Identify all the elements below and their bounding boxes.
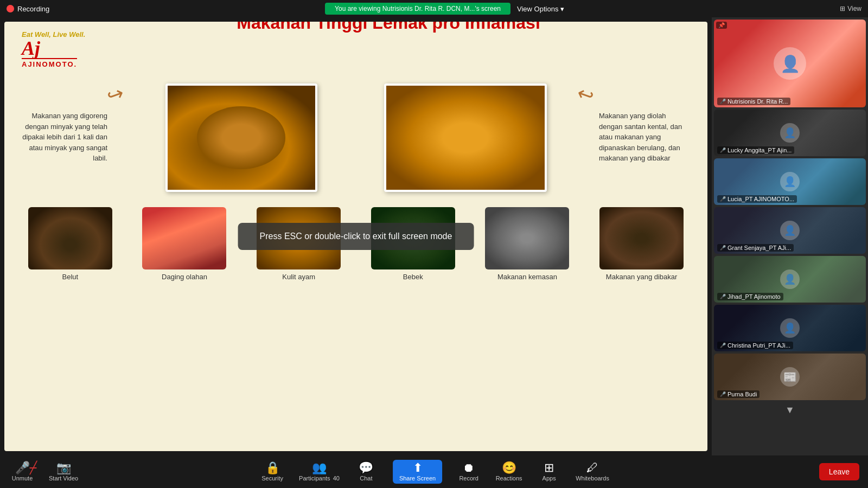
recording-label: Recording — [17, 5, 49, 13]
main-presentation-area: Eat Well, Live Well. Aj AJINOMOTO. Makan… — [0, 17, 712, 455]
reactions-icon: 😊 — [502, 462, 516, 474]
toolbar: 🎤╱ Unmute 📷 Start Video 🔒 Security 👥 Par… — [0, 455, 868, 488]
list-item: Makanan yang dibakar — [599, 207, 684, 281]
makanan-dibakar-label: Makanan yang dibakar — [606, 273, 678, 281]
makanan-kemasan-label: Makanan kemasan — [497, 273, 557, 281]
toolbar-left-controls: 🎤╱ Unmute 📷 Start Video — [9, 462, 78, 481]
toolbar-center-controls: 🔒 Security 👥 Participants 40 💬 Chat ⬆ Sh… — [259, 460, 609, 484]
right-description: Makanan yang diolah dengan santan kental… — [599, 78, 691, 164]
daging-olahan-label: Daging olahan — [162, 273, 207, 281]
fullscreen-exit-hint: Press ESC or double-click to exit full s… — [238, 223, 474, 250]
recording-indicator: Recording — [7, 5, 49, 13]
participant-name: 🎤 Lucky Anggita_PT Ajin... — [717, 146, 794, 154]
security-shield-icon: 🔒 — [265, 462, 280, 474]
security-button[interactable]: 🔒 Security — [259, 462, 286, 481]
fried-food-image-container — [129, 78, 353, 197]
mic-icon: 🎤 — [720, 343, 726, 348]
curry-food-image-container — [353, 78, 577, 197]
pin-icon: 📌 — [716, 22, 727, 29]
list-item: 👤 🎤 Christina Putri_PT AJi... — [714, 305, 866, 351]
list-item: Daging olahan — [142, 207, 226, 281]
mic-muted-icon: 🎤╱ — [15, 462, 30, 474]
ajinomoto-logo: Eat Well, Live Well. Aj AJINOMOTO. — [22, 30, 87, 68]
unmute-button[interactable]: 🎤╱ Unmute — [9, 462, 36, 481]
bebek-label: Bebek — [403, 273, 423, 281]
participant-name: 🎤 Grant Senjaya_PT AJi... — [717, 244, 794, 252]
mic-icon: 🎤 — [720, 99, 726, 104]
slide-header: Eat Well, Live Well. Aj AJINOMOTO. Makan… — [4, 22, 707, 73]
mic-icon: 🎤 — [720, 391, 726, 397]
participants-icon: 👥 — [312, 462, 327, 474]
apps-button[interactable]: ⊞ Apps — [535, 462, 563, 481]
curry-art — [386, 86, 545, 190]
participant-name: 🎤 Jihad_PT Ajinomoto — [717, 293, 783, 300]
slide-title: Makanan Tinggi Lemak pro Inflamasi — [87, 22, 690, 33]
whiteboards-button[interactable]: 🖊 Whiteboards — [576, 462, 609, 481]
slide-body: Makanan yang digoreng dengan minyak yang… — [4, 73, 707, 203]
participant-name: 🎤 Purna Budi — [717, 390, 760, 398]
participants-sidebar: 👤 📌 🎤 Nutrisionis Dr. Rita R... 👤 🎤 Luck… — [712, 17, 868, 455]
chat-icon: 💬 — [359, 462, 373, 474]
list-item: 📰 🎤 Purna Budi — [714, 354, 866, 400]
right-arrow-icon: ↩ — [574, 81, 597, 108]
left-description: Makanan yang digoreng dengan minyak yang… — [21, 78, 107, 164]
toolbar-right-controls: Leave — [819, 463, 859, 480]
mic-icon: 🎤 — [720, 196, 726, 202]
slide-container: Eat Well, Live Well. Aj AJINOMOTO. Makan… — [4, 22, 707, 451]
svg-point-0 — [8, 7, 12, 11]
recording-dot — [7, 5, 14, 12]
apps-icon: ⊞ — [544, 462, 554, 474]
share-screen-icon: ⬆ — [413, 462, 423, 474]
kulit-ayam-label: Kulit ayam — [282, 273, 315, 281]
curry-food-image — [384, 84, 547, 192]
list-item: 👤 🎤 Lucky Anggita_PT Ajin... — [714, 110, 866, 156]
record-icon: ⏺ — [463, 462, 475, 474]
grid-icon: ⊞ — [840, 5, 845, 12]
share-screen-button[interactable]: ⬆ Share Screen — [393, 460, 442, 484]
mic-icon: 🎤 — [720, 147, 726, 153]
aji-brand-script: Aj — [22, 38, 40, 58]
makanan-dibakar-image — [599, 207, 684, 269]
participant-name: 🎤 Christina Putri_PT AJi... — [717, 342, 793, 349]
reactions-button[interactable]: 😊 Reactions — [495, 462, 522, 481]
participant-video-bg: 👤 — [714, 20, 866, 107]
participant-name: 🎤 Lucia_PT AJINOMOTO... — [717, 195, 797, 203]
start-video-button[interactable]: 📷 Start Video — [49, 462, 78, 481]
list-item: Belut — [28, 207, 112, 281]
fried-chicken-art — [168, 86, 315, 190]
mic-icon: 🎤 — [720, 294, 726, 299]
chevron-down-icon: ▾ — [560, 5, 564, 13]
list-item: Makanan kemasan — [485, 207, 569, 281]
belut-label: Belut — [62, 273, 79, 281]
mic-icon: 🎤 — [720, 245, 726, 251]
list-item: 👤 🎤 Lucia_PT AJINOMOTO... — [714, 158, 866, 205]
screen-info-banner: You are viewing Nutrisionis Dr. Rita R. … — [325, 3, 510, 15]
left-arrow-icon: ↩ — [104, 81, 127, 108]
sidebar-scroll-down-button[interactable]: ▼ — [714, 402, 866, 418]
participant-name: 🎤 Nutrisionis Dr. Rita R... — [717, 98, 790, 105]
leave-button[interactable]: Leave — [819, 463, 859, 480]
daging-olahan-image — [142, 207, 226, 269]
fried-food-image — [165, 84, 317, 192]
list-item: 👤 🎤 Grant Senjaya_PT AJi... — [714, 207, 866, 254]
list-item: 👤 🎤 Jihad_PT Ajinomoto — [714, 256, 866, 303]
makanan-kemasan-image — [485, 207, 569, 269]
view-options-button[interactable]: View Options ▾ — [517, 5, 564, 13]
chat-button[interactable]: 💬 Chat — [353, 462, 380, 481]
participants-button[interactable]: 👥 Participants 40 — [299, 462, 340, 481]
whiteboard-icon: 🖊 — [586, 462, 598, 474]
view-top-right: ⊞ View — [840, 5, 861, 12]
ajinomoto-wordmark: AJINOMOTO. — [22, 58, 77, 68]
top-bar: Recording You are viewing Nutrisionis Dr… — [0, 0, 868, 17]
video-off-icon: 📷 — [56, 462, 71, 474]
record-button[interactable]: ⏺ Record — [455, 462, 482, 481]
list-item: 👤 📌 🎤 Nutrisionis Dr. Rita R... — [714, 20, 866, 107]
belut-image — [28, 207, 112, 269]
